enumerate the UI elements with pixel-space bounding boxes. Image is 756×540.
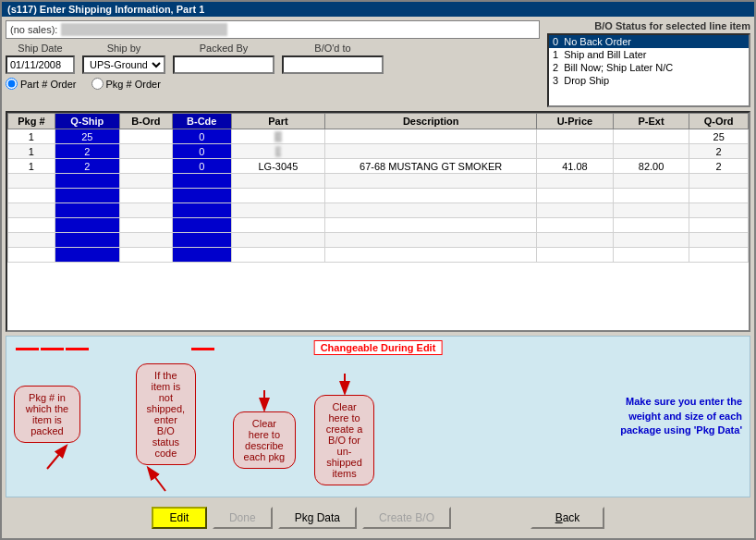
table-row[interactable]: 1250E25 (8, 129, 749, 144)
cell-bcde[interactable] (172, 203, 231, 218)
bo-item-2[interactable]: 2 Bill Now; Ship Later N/C (549, 61, 749, 74)
cell-pext[interactable] (613, 174, 689, 189)
cell-pkg[interactable] (8, 189, 55, 203)
cell-desc[interactable] (325, 233, 537, 248)
cell-pkg[interactable] (8, 203, 55, 218)
cell-pext[interactable] (613, 129, 689, 144)
cell-pext[interactable] (613, 218, 689, 233)
create-bo-button[interactable]: Create B/O (362, 507, 451, 529)
ship-by-select[interactable]: UPS-Ground (82, 55, 165, 74)
radio-pkg-order[interactable]: Pkg # Order (91, 78, 161, 90)
table-row[interactable] (8, 218, 749, 233)
cell-pkg[interactable]: 1 (8, 144, 55, 159)
cell-bord[interactable] (119, 189, 172, 203)
cell-bord[interactable] (119, 203, 172, 218)
pkg-data-button[interactable]: Pkg Data (278, 507, 357, 529)
cell-qship[interactable] (55, 248, 119, 263)
cell-desc[interactable] (325, 248, 537, 263)
cell-bcde[interactable] (172, 233, 231, 248)
cell-desc[interactable] (325, 218, 537, 233)
cell-qord[interactable] (689, 248, 749, 263)
cell-bord[interactable] (119, 159, 172, 174)
table-row[interactable]: 120LG-304567-68 MUSTANG GT SMOKER41.0882… (8, 159, 749, 174)
table-row[interactable] (8, 248, 749, 263)
cell-bcde[interactable] (172, 189, 231, 203)
table-row[interactable]: 120L2 (8, 144, 749, 159)
table-scroll[interactable]: Pkg # Q-Ship B-Ord B-Cde Part Descriptio… (7, 113, 749, 330)
cell-bord[interactable] (119, 144, 172, 159)
cell-qord[interactable] (689, 174, 749, 189)
cell-pext[interactable] (613, 144, 689, 159)
table-row[interactable] (8, 233, 749, 248)
cell-desc[interactable] (325, 129, 537, 144)
cell-bcde[interactable] (172, 248, 231, 263)
cell-qord[interactable]: 2 (689, 159, 749, 174)
packed-by-input[interactable] (173, 55, 274, 74)
cell-part[interactable] (231, 174, 325, 189)
cell-qord[interactable]: 2 (689, 144, 749, 159)
cell-uprice[interactable] (537, 174, 614, 189)
cell-bcde[interactable]: 0 (172, 144, 231, 159)
cell-pkg[interactable] (8, 233, 55, 248)
cell-qship[interactable] (55, 174, 119, 189)
cell-pext[interactable] (613, 233, 689, 248)
cell-pext[interactable] (613, 248, 689, 263)
cell-uprice[interactable] (537, 248, 614, 263)
cell-uprice[interactable] (537, 233, 614, 248)
cell-desc[interactable]: 67-68 MUSTANG GT SMOKER (325, 159, 537, 174)
ship-date-input[interactable] (6, 55, 75, 74)
cell-pext[interactable]: 82.00 (613, 159, 689, 174)
cell-uprice[interactable] (537, 144, 614, 159)
cell-qship[interactable]: 2 (55, 144, 119, 159)
cell-qord[interactable] (689, 218, 749, 233)
cell-bord[interactable] (119, 174, 172, 189)
cell-uprice[interactable] (537, 203, 614, 218)
cell-pkg[interactable]: 1 (8, 129, 55, 144)
bo-item-3[interactable]: 3 Drop Ship (549, 74, 749, 87)
cell-qord[interactable] (689, 189, 749, 203)
cell-bord[interactable] (119, 248, 172, 263)
cell-uprice[interactable] (537, 218, 614, 233)
cell-qship[interactable] (55, 233, 119, 248)
cell-desc[interactable] (325, 174, 537, 189)
cell-part[interactable]: E (231, 129, 325, 144)
cell-desc[interactable] (325, 144, 537, 159)
radio-part-order[interactable]: Part # Order (6, 78, 77, 90)
bo-status-list[interactable]: 0 No Back Order 1 Ship and Bill Later 2 … (547, 33, 750, 107)
cell-pkg[interactable] (8, 248, 55, 263)
cell-bord[interactable] (119, 218, 172, 233)
cell-part[interactable] (231, 203, 325, 218)
cell-part[interactable] (231, 233, 325, 248)
cell-bcde[interactable] (172, 174, 231, 189)
back-button[interactable]: Back (530, 507, 604, 529)
cell-uprice[interactable] (537, 189, 614, 203)
cell-part[interactable]: LG-3045 (231, 159, 325, 174)
cell-uprice[interactable] (537, 129, 614, 144)
cell-part[interactable]: L (231, 144, 325, 159)
cell-pext[interactable] (613, 189, 689, 203)
cell-desc[interactable] (325, 189, 537, 203)
cell-qship[interactable] (55, 218, 119, 233)
cell-bcde[interactable]: 0 (172, 129, 231, 144)
cell-qord[interactable]: 25 (689, 129, 749, 144)
table-row[interactable] (8, 189, 749, 203)
bo-item-1[interactable]: 1 Ship and Bill Later (549, 48, 749, 61)
cell-qship[interactable]: 2 (55, 159, 119, 174)
cell-desc[interactable] (325, 203, 537, 218)
bo-to-input[interactable] (282, 55, 384, 74)
cell-qship[interactable]: 25 (55, 129, 119, 144)
table-row[interactable] (8, 203, 749, 218)
cell-pkg[interactable] (8, 174, 55, 189)
cell-pkg[interactable]: 1 (8, 159, 55, 174)
cell-bord[interactable] (119, 129, 172, 144)
table-row[interactable] (8, 174, 749, 189)
cell-part[interactable] (231, 218, 325, 233)
cell-part[interactable] (231, 248, 325, 263)
bo-item-0[interactable]: 0 No Back Order (549, 35, 749, 48)
cell-qord[interactable] (689, 203, 749, 218)
cell-bcde[interactable]: 0 (172, 159, 231, 174)
cell-pext[interactable] (613, 203, 689, 218)
cell-qship[interactable] (55, 203, 119, 218)
cell-bcde[interactable] (172, 218, 231, 233)
cell-qship[interactable] (55, 189, 119, 203)
